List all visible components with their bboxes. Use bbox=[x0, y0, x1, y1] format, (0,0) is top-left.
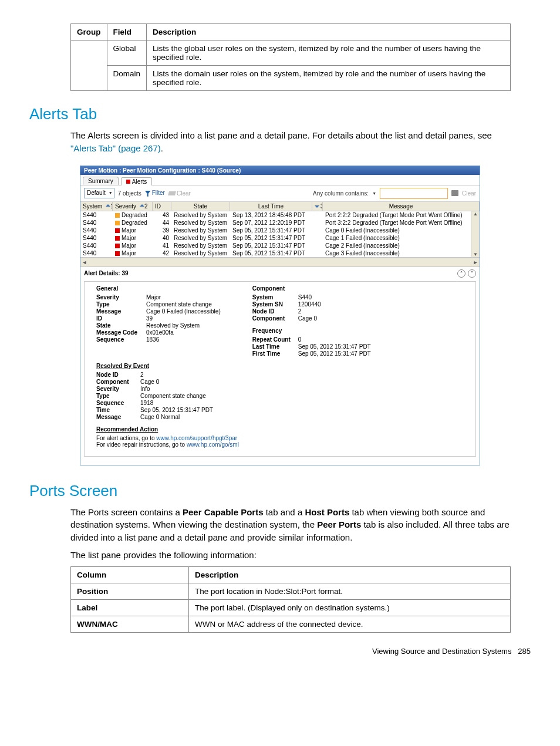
col-sort3[interactable]: 3 bbox=[312, 202, 323, 211]
table-row: WWN/MACWWN or MAC address of the connect… bbox=[71, 616, 511, 632]
scroll-left-icon[interactable]: ◄ bbox=[80, 259, 89, 265]
grid-body: S440Degraded43Resolved by SystemSep 13, … bbox=[80, 211, 480, 258]
anycol-dropdown-icon[interactable]: ▼ bbox=[372, 191, 376, 195]
support-link[interactable]: www.hp.com/support/hpgt/3par bbox=[156, 435, 237, 441]
resolved-heading: Resolved By Event bbox=[96, 363, 464, 369]
general-kv: SeverityMajor TypeComponent state change… bbox=[96, 294, 221, 343]
alerts-intro: The Alerts screen is divided into a list… bbox=[70, 129, 511, 155]
sort-down-icon bbox=[315, 203, 321, 210]
severity-icon bbox=[115, 228, 120, 233]
col-column: Column bbox=[71, 566, 189, 583]
severity-icon bbox=[115, 251, 120, 256]
object-count: 7 objects bbox=[118, 190, 141, 197]
table-row: Global Lists the global user roles on th… bbox=[71, 40, 511, 66]
severity-icon bbox=[115, 236, 120, 241]
collapse-up-icon[interactable]: ˄ bbox=[457, 269, 465, 278]
table-row[interactable]: S440Major41Resolved by SystemSep 05, 201… bbox=[80, 242, 480, 249]
recommended-heading: Recommended Action bbox=[96, 426, 464, 433]
sort-up-icon bbox=[104, 203, 110, 210]
col-field: Field bbox=[107, 24, 147, 40]
recommended-line2: For video repair instructions, go to www… bbox=[96, 441, 464, 448]
tab-summary[interactable]: Summary bbox=[83, 177, 119, 185]
clear-filter: Clear bbox=[168, 190, 191, 197]
table-row[interactable]: S440Major42Resolved by SystemSep 05, 201… bbox=[80, 249, 480, 257]
col-system[interactable]: System 1 bbox=[80, 202, 113, 211]
horizontal-scrollbar[interactable]: ◄ ► bbox=[80, 258, 480, 266]
alerts-tab-link[interactable]: "Alerts Tab" (page 267) bbox=[70, 143, 161, 153]
vertical-scrollbar[interactable]: ▲▼ bbox=[471, 211, 480, 257]
tab-alerts[interactable]: Alerts bbox=[121, 177, 153, 185]
col-description: Description bbox=[189, 566, 511, 583]
col-state[interactable]: State bbox=[171, 202, 230, 211]
user-roles-table: Group Field Description Global Lists the… bbox=[70, 23, 511, 91]
col-lasttime[interactable]: Last Time bbox=[230, 202, 312, 211]
sort-up-icon bbox=[138, 203, 144, 210]
sml-link[interactable]: www.hp.com/go/sml bbox=[187, 441, 239, 448]
ports-para2: The list pane provides the following inf… bbox=[70, 549, 511, 562]
alerts-app-window: Peer Motion : Peer Motion Configuration … bbox=[80, 166, 480, 465]
severity-icon bbox=[115, 244, 120, 248]
table-row: LabelThe port label. (Displayed only on … bbox=[71, 599, 511, 616]
severity-icon bbox=[115, 221, 120, 225]
ports-screen-heading: Ports Screen bbox=[29, 482, 531, 500]
eraser-icon bbox=[168, 191, 176, 195]
tabs-row: Summary Alerts bbox=[80, 175, 480, 185]
component-heading: Component bbox=[252, 285, 371, 292]
grid-header: System 1 Severity 2 ID State Last Time 3… bbox=[80, 202, 480, 211]
ports-para1: The Ports screen contains a Peer Capable… bbox=[70, 506, 511, 544]
col-message[interactable]: Message bbox=[323, 202, 480, 211]
table-row[interactable]: S440Major40Resolved by SystemSep 05, 201… bbox=[80, 234, 480, 242]
ports-columns-table: Column Description PositionThe port loca… bbox=[70, 566, 511, 633]
severity-icon bbox=[115, 213, 120, 218]
anycol-input[interactable] bbox=[380, 188, 448, 199]
collapse-down-icon[interactable]: ˅ bbox=[468, 269, 476, 278]
detail-title: Alert Details: 39 bbox=[84, 270, 129, 276]
col-group: Group bbox=[71, 24, 107, 40]
clear-search: Clear bbox=[462, 190, 476, 197]
resolved-kv: Node ID2 ComponentCage 0 SeverityInfo Ty… bbox=[96, 372, 464, 420]
filter-icon bbox=[145, 191, 151, 197]
table-row[interactable]: S440Major39Resolved by SystemSep 05, 201… bbox=[80, 227, 480, 234]
table-row: PositionThe port location in Node:Slot:P… bbox=[71, 583, 511, 599]
scroll-right-icon[interactable]: ► bbox=[471, 259, 480, 265]
printer-icon[interactable] bbox=[451, 190, 458, 196]
table-row: Domain Lists the domain user roles on th… bbox=[71, 66, 511, 91]
component-kv: SystemS440 System SN1200440 Node ID2 Com… bbox=[252, 294, 371, 322]
page-footer: Viewing Source and Destination Systems 2… bbox=[29, 647, 531, 656]
col-description: Description bbox=[147, 24, 511, 40]
col-severity[interactable]: Severity 2 bbox=[113, 202, 153, 211]
alerts-tab-heading: Alerts Tab bbox=[29, 105, 531, 123]
anycol-label: Any column contains: bbox=[313, 190, 369, 197]
window-title: Peer Motion : Peer Motion Configuration … bbox=[80, 166, 480, 175]
col-id[interactable]: ID bbox=[153, 202, 171, 211]
toolbar: Default 7 objects Filter Clear Any colum… bbox=[80, 185, 480, 202]
view-combo[interactable]: Default bbox=[84, 188, 114, 198]
table-row[interactable]: S440Degraded43Resolved by SystemSep 13, … bbox=[80, 211, 480, 219]
general-heading: General bbox=[96, 285, 221, 292]
detail-title-row: Alert Details: 39 ˄ ˅ bbox=[80, 266, 480, 280]
detail-body: General SeverityMajor TypeComponent stat… bbox=[84, 281, 476, 457]
frequency-kv: Repeat Count0 Last TimeSep 05, 2012 15:3… bbox=[252, 336, 371, 357]
filter-link[interactable]: Filter bbox=[145, 190, 165, 196]
frequency-heading: Frequency bbox=[252, 328, 371, 334]
table-row[interactable]: S440Degraded44Resolved by SystemSep 07, … bbox=[80, 219, 480, 227]
recommended-line1: For alert actions, go to www.hp.com/supp… bbox=[96, 435, 464, 441]
alert-icon bbox=[126, 180, 130, 184]
